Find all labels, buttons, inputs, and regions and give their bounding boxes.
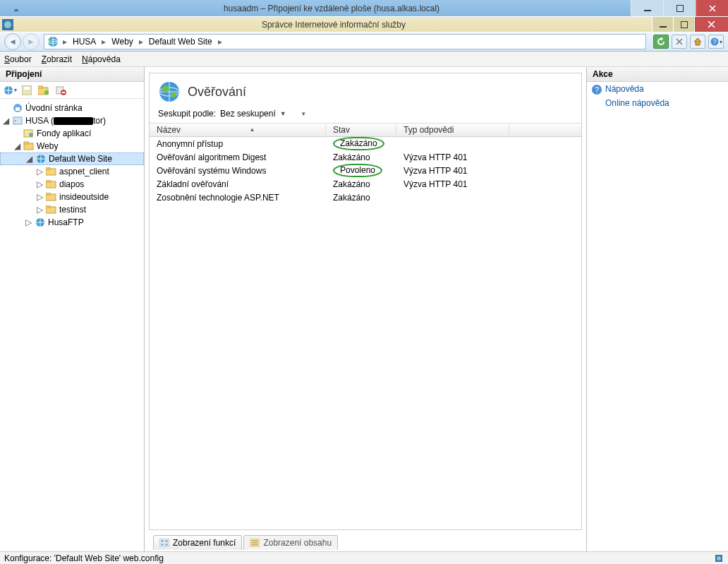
chevron-right-icon[interactable]: ▸: [61, 37, 68, 47]
refresh-button[interactable]: [653, 35, 669, 49]
tab-content-view[interactable]: Zobrazení obsahu: [243, 535, 338, 550]
feature-pane: Ověřování Seskupit podle: Bez seskupení …: [145, 67, 587, 551]
cell-name: Základní ověřování: [150, 179, 326, 189]
svg-rect-27: [24, 142, 28, 144]
tree-server[interactable]: ◢ HUSA (tor): [0, 114, 144, 127]
svg-rect-5: [681, 21, 688, 28]
svg-point-23: [15, 120, 16, 121]
cell-state: Zakázáno: [326, 179, 396, 189]
tree-sites[interactable]: ◢ Weby: [0, 140, 144, 152]
svg-rect-30: [46, 167, 50, 169]
chevron-right-icon[interactable]: ▸: [100, 37, 107, 47]
cell-name: Zosobnění technologie ASP.NET: [150, 193, 326, 203]
cell-state: Zakázáno: [326, 193, 396, 203]
tree-app-pools[interactable]: Fondy aplikací: [0, 127, 144, 140]
connections-tree[interactable]: Úvodní stránka ◢ HUSA (tor) Fondy aplika…: [0, 99, 144, 551]
rdp-close-button[interactable]: [696, 0, 728, 16]
iis-minimize-button[interactable]: [652, 17, 673, 32]
svg-point-25: [29, 133, 33, 137]
breadcrumb-weby[interactable]: Weby: [107, 37, 137, 47]
tab-features-view[interactable]: Zobrazení funkcí: [153, 535, 242, 550]
cell-name: Anonymní přístup: [150, 139, 326, 149]
server-icon: [12, 115, 23, 126]
cell-state: Zakázáno: [326, 137, 396, 150]
svg-rect-36: [46, 205, 50, 208]
menu-file[interactable]: SSouboroubor: [4, 54, 32, 64]
svg-rect-50: [251, 544, 258, 546]
cell-name: Ověřování systému Windows: [150, 166, 326, 176]
save-icon[interactable]: [20, 83, 34, 97]
svg-rect-34: [46, 193, 50, 195]
authentication-icon: [158, 80, 181, 103]
iis-title: Správce Internetové informační služby: [16, 20, 652, 30]
breadcrumb-husa[interactable]: HUSA: [68, 37, 100, 47]
svg-point-8: [49, 39, 52, 42]
table-row[interactable]: Základní ověřováníZakázánoVýzva HTTP 401: [150, 177, 581, 191]
rdp-title: husaadm – Připojení ke vzdálené ploše (h…: [32, 4, 631, 13]
cell-state: Zakázáno: [326, 152, 396, 162]
iis-maximize-button[interactable]: [673, 17, 694, 32]
svg-rect-43: [161, 540, 164, 542]
stop-button[interactable]: [672, 35, 687, 49]
svg-rect-49: [251, 542, 258, 544]
tree-folder-diapos[interactable]: ▷ diapos: [0, 178, 144, 191]
navigation-bar: ◄ ► ▸ HUSA ▸ Weby ▸ Default Web Site ▸ ?…: [0, 32, 728, 52]
chevron-down-icon: ▼: [280, 110, 286, 117]
grouping-extra-dropdown[interactable]: ▾: [302, 110, 305, 117]
column-header-state[interactable]: Stav: [326, 125, 396, 135]
chevron-right-icon[interactable]: ▸: [217, 37, 224, 47]
rdp-pin-icon[interactable]: [0, 4, 32, 13]
redacted-text: [54, 117, 93, 125]
column-header-name[interactable]: Název: [150, 125, 326, 135]
chevron-right-icon[interactable]: ▸: [138, 37, 145, 47]
svg-rect-13: [24, 87, 30, 90]
address-bar[interactable]: ▸ HUSA ▸ Weby ▸ Default Web Site ▸: [44, 34, 646, 49]
folder-icon: [46, 191, 57, 203]
table-row[interactable]: Anonymní přístupZakázáno: [150, 137, 581, 150]
home-button[interactable]: [690, 35, 705, 49]
table-row[interactable]: Ověřování systému WindowsPovolenoVýzva H…: [150, 164, 581, 177]
nav-forward-button[interactable]: ►: [23, 33, 40, 50]
rdp-minimize-button[interactable]: [631, 0, 663, 16]
help-button[interactable]: ?▾: [708, 35, 724, 49]
menu-view[interactable]: Zobrazit: [42, 54, 72, 64]
svg-rect-32: [46, 180, 50, 182]
group-by-dropdown[interactable]: Bez seskupení ▼: [220, 109, 286, 119]
tree-default-web-site[interactable]: ◢ Default Web Site: [0, 152, 144, 165]
tree-folder-aspnet-client[interactable]: ▷ aspnet_client: [0, 165, 144, 178]
svg-rect-22: [13, 117, 22, 124]
tree-start-page[interactable]: Úvodní stránka: [0, 102, 144, 114]
folder-icon: [46, 179, 57, 190]
svg-rect-0: [644, 10, 651, 11]
iis-close-button[interactable]: [694, 17, 728, 32]
svg-point-41: [171, 92, 176, 97]
svg-rect-19: [62, 92, 65, 93]
column-header-response-type[interactable]: Typ odpovědi: [396, 125, 509, 135]
status-corner-icon: [714, 553, 724, 563]
iis-titlebar: Správce Internetové informační služby: [0, 16, 728, 32]
connections-pane-title: Připojení: [0, 67, 144, 82]
table-row[interactable]: Zosobnění technologie ASP.NETZakázáno: [150, 191, 581, 204]
site-icon: [35, 153, 47, 164]
svg-rect-44: [165, 540, 168, 542]
nav-back-button[interactable]: ◄: [4, 33, 21, 50]
group-by-label: Seskupit podle:: [158, 109, 216, 119]
svg-text:?: ?: [595, 85, 599, 94]
table-row[interactable]: Ověřování algoritmem DigestZakázánoVýzva…: [150, 150, 581, 164]
svg-point-3: [4, 21, 11, 28]
remove-icon[interactable]: [54, 83, 68, 97]
tree-folder-insideoutside[interactable]: ▷ insideoutside: [0, 191, 144, 203]
browse-icon[interactable]: [37, 83, 51, 97]
iis-app-icon: [0, 19, 16, 30]
connect-icon[interactable]: ▾: [3, 83, 17, 97]
sites-folder-icon: [23, 140, 35, 152]
cell-response-type: Výzva HTTP 401: [396, 166, 509, 176]
tree-husaftp[interactable]: ▷ HusaFTP: [0, 216, 144, 229]
action-help[interactable]: ? Nápověda: [587, 82, 728, 96]
tree-folder-testinst[interactable]: ▷ testinst: [0, 203, 144, 216]
action-online-help[interactable]: Online nápověda: [587, 96, 728, 110]
rdp-maximize-button[interactable]: [663, 0, 696, 16]
breadcrumb-default-web-site[interactable]: Default Web Site: [145, 37, 217, 47]
content-view-icon: [250, 539, 260, 547]
menu-help[interactable]: Nápověda: [82, 54, 121, 64]
